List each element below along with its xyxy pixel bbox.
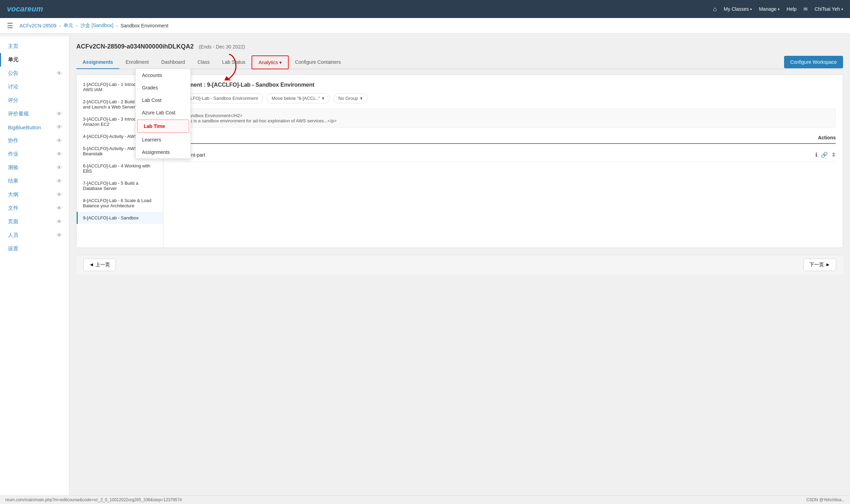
- breadcrumb-sep-1: ›: [59, 23, 61, 28]
- course-header: ACFv2CN-28509-a034N00000ihDLKQA2 (Ends -…: [76, 43, 843, 50]
- dropdown-azure-lab-cost[interactable]: Azure Lab Cost: [136, 106, 190, 119]
- sidebar-item-单元[interactable]: 单元: [0, 53, 69, 67]
- part-actions: ℹ 🔗 ⇕: [815, 151, 836, 158]
- breadcrumb-item-sandbox-link[interactable]: 沙盒 [Sandbox]: [80, 23, 113, 29]
- top-navigation: vocareum ⌂ My Classes ▾ Manage ▾ Help ✉ …: [0, 0, 850, 18]
- sidebar-item-结果[interactable]: 结果👁: [0, 174, 69, 188]
- assignment-list-item[interactable]: 9-[ACCLFO]-Lab - Sandbox: [77, 212, 163, 224]
- sidebar-label: 单元: [8, 57, 18, 63]
- analytics-dropdown: Accounts Grades Lab Cost Azure Lab Cost …: [135, 69, 191, 159]
- tab-configure-containers[interactable]: Configure Containers: [289, 56, 347, 69]
- breadcrumb-item-course[interactable]: ACFv2CN-28509: [19, 23, 57, 28]
- manage-dropdown[interactable]: Manage ▾: [759, 6, 780, 12]
- next-page-button[interactable]: 下一页 ►: [804, 259, 836, 271]
- user-arrow: ▾: [841, 7, 843, 11]
- assignment-list-item[interactable]: 7-[ACCLFO]-Lab - 5 Build a Database Serv…: [77, 177, 163, 194]
- configure-workspace-button[interactable]: Configure Workspace: [784, 56, 843, 68]
- manage-arrow: ▾: [778, 7, 780, 11]
- sidebar-item-公告[interactable]: 公告👁: [0, 67, 69, 80]
- mail-icon[interactable]: ✉: [804, 6, 808, 12]
- sidebar-label: 页面: [8, 218, 18, 225]
- link-icon[interactable]: 🔗: [821, 151, 828, 158]
- sidebar-label: 协作: [8, 137, 18, 144]
- eye-icon[interactable]: 👁: [57, 165, 62, 171]
- tab-dashboard[interactable]: Dashboard: [155, 56, 192, 69]
- sidebar-item-协作[interactable]: 协作👁: [0, 134, 69, 147]
- sidebar-label: 评价量规: [8, 111, 29, 117]
- help-link[interactable]: Help: [787, 6, 797, 12]
- tab-lab-status[interactable]: Lab Status: [216, 56, 252, 69]
- parts-header: Parts Actions: [170, 135, 836, 144]
- parts-section: Parts Actions assignment-part ℹ 🔗 ⇕: [170, 135, 836, 162]
- eye-icon[interactable]: 👁: [57, 232, 62, 238]
- sidebar-label: 公告: [8, 70, 18, 77]
- sidebar-label: BigBlueButton: [8, 124, 41, 130]
- sidebar-label: 作业: [8, 151, 18, 157]
- sidebar-item-文件[interactable]: 文件👁: [0, 201, 69, 215]
- left-sidebar: 主页单元公告👁讨论评分评价量规👁BigBlueButton👁协作👁作业👁测验👁结…: [0, 36, 69, 281]
- course-dates: (Ends - Dec 30 2022): [199, 44, 245, 50]
- user-menu[interactable]: ChiTsai Yeh ▾: [815, 6, 843, 12]
- sidebar-item-评价量规[interactable]: 评价量规👁: [0, 107, 69, 121]
- breadcrumb: ☰ ACFv2CN-28509 › 单元 › 沙盒 [Sandbox] › Sa…: [0, 18, 850, 34]
- my-classes-dropdown[interactable]: My Classes ▾: [724, 6, 752, 12]
- dropdown-learners[interactable]: Learners: [136, 133, 190, 146]
- dropdown-accounts[interactable]: Accounts: [136, 69, 190, 81]
- dropdown-grades[interactable]: Grades: [136, 81, 190, 94]
- dropdown-lab-time[interactable]: Lab Time: [137, 120, 189, 133]
- eye-icon[interactable]: 👁: [57, 70, 62, 77]
- eye-icon[interactable]: 👁: [57, 219, 62, 225]
- dropdown-assignments[interactable]: Assignments: [136, 146, 190, 158]
- sidebar-item-主页[interactable]: 主页: [0, 40, 69, 53]
- content-area: ACFv2CN-28509-a034N00000ihDLKQA2 (Ends -…: [69, 36, 850, 281]
- move-icon[interactable]: ⇕: [831, 151, 836, 158]
- breadcrumb-sep-2: ›: [76, 23, 78, 28]
- sidebar-item-BigBlueButton[interactable]: BigBlueButton👁: [0, 121, 69, 134]
- prev-page-button[interactable]: ◄ 上一页: [83, 259, 116, 271]
- meta-move-below[interactable]: Move below "8-[ACCL..": [266, 93, 330, 103]
- sidebar-item-评分[interactable]: 评分: [0, 94, 69, 107]
- eye-icon[interactable]: 👁: [57, 151, 62, 157]
- tab-analytics[interactable]: Analytics ▾ Accounts Grades: [252, 55, 289, 69]
- tab-assignments[interactable]: Assignments: [76, 56, 119, 69]
- eye-icon[interactable]: 👁: [57, 124, 62, 130]
- main-content: 1-[ACCLFO]-Lab - 1 Introduction to AWS I…: [76, 75, 843, 248]
- sidebar-item-设置[interactable]: 设置: [0, 242, 69, 255]
- sidebar-item-测验[interactable]: 测验👁: [0, 161, 69, 174]
- my-classes-arrow: ▾: [750, 7, 752, 11]
- course-id: ACFv2CN-28509-a034N00000ihDLKQA2: [76, 43, 194, 50]
- tab-enrollment[interactable]: Enrollment: [119, 56, 155, 69]
- dropdown-lab-cost[interactable]: Lab Cost: [136, 94, 190, 106]
- sidebar-label: 讨论: [8, 84, 18, 90]
- sidebar-label: 主页: [8, 43, 18, 50]
- eye-icon[interactable]: 👁: [57, 192, 62, 198]
- sidebar-item-作业[interactable]: 作业👁: [0, 147, 69, 161]
- logo-text: vocareum: [7, 5, 43, 13]
- sidebar-item-页面[interactable]: 页面👁: [0, 215, 69, 228]
- assignment-title: Assignment : 9-[ACCLFO]-Lab - Sandbox En…: [170, 82, 836, 88]
- sidebar-label: 人员: [8, 232, 18, 238]
- breadcrumb-item-unit[interactable]: 单元: [63, 23, 73, 29]
- eye-icon[interactable]: 👁: [57, 111, 62, 117]
- eye-icon[interactable]: 👁: [57, 178, 62, 184]
- sidebar-item-讨论[interactable]: 讨论: [0, 80, 69, 94]
- parts-row: assignment-part ℹ 🔗 ⇕: [170, 148, 836, 162]
- meta-no-group[interactable]: No Group: [333, 93, 367, 103]
- assignment-list-item[interactable]: 6-[ACCLFO]-Lab - 4 Working with EBS: [77, 160, 163, 177]
- info-icon[interactable]: ℹ: [815, 151, 817, 158]
- menu-icon[interactable]: ☰: [7, 21, 13, 30]
- bottom-navigation: ◄ 上一页 下一页 ►: [76, 255, 843, 275]
- tab-class[interactable]: Class: [191, 56, 216, 69]
- home-icon[interactable]: ⌂: [713, 6, 717, 13]
- breadcrumb-sep-3: ›: [116, 23, 118, 28]
- eye-icon[interactable]: 👁: [57, 205, 62, 211]
- assignment-meta: 9-[ACCLFO]-Lab - Sandbox Environment Mov…: [170, 93, 836, 103]
- sidebar-label: 测验: [8, 164, 18, 171]
- sidebar-item-大纲[interactable]: 大纲👁: [0, 188, 69, 201]
- sidebar-label: 设置: [8, 245, 18, 252]
- sidebar-item-人员[interactable]: 人员👁: [0, 228, 69, 242]
- assignment-list-item[interactable]: 8-[ACCLFO]-Lab - 6 Scale & Load Balance …: [77, 194, 163, 212]
- sidebar-label: 评分: [8, 97, 18, 104]
- main-layout: 主页单元公告👁讨论评分评价量规👁BigBlueButton👁协作👁作业👁测验👁结…: [0, 36, 850, 281]
- eye-icon[interactable]: 👁: [57, 138, 62, 144]
